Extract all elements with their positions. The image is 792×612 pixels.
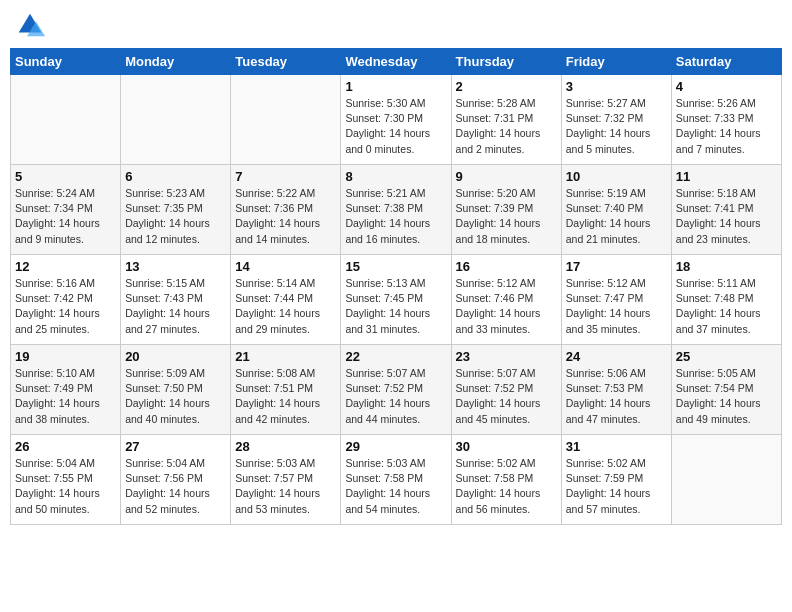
calendar-day-cell: 31Sunrise: 5:02 AMSunset: 7:59 PMDayligh…: [561, 435, 671, 525]
day-info: Sunrise: 5:03 AMSunset: 7:58 PMDaylight:…: [345, 456, 446, 517]
calendar-day-cell: 19Sunrise: 5:10 AMSunset: 7:49 PMDayligh…: [11, 345, 121, 435]
logo: [15, 10, 49, 40]
calendar-day-cell: 6Sunrise: 5:23 AMSunset: 7:35 PMDaylight…: [121, 165, 231, 255]
day-number: 4: [676, 79, 777, 94]
calendar-day-cell: 30Sunrise: 5:02 AMSunset: 7:58 PMDayligh…: [451, 435, 561, 525]
day-number: 27: [125, 439, 226, 454]
calendar-week-row: 26Sunrise: 5:04 AMSunset: 7:55 PMDayligh…: [11, 435, 782, 525]
day-info: Sunrise: 5:07 AMSunset: 7:52 PMDaylight:…: [456, 366, 557, 427]
calendar-day-cell: 15Sunrise: 5:13 AMSunset: 7:45 PMDayligh…: [341, 255, 451, 345]
day-number: 11: [676, 169, 777, 184]
calendar-week-row: 5Sunrise: 5:24 AMSunset: 7:34 PMDaylight…: [11, 165, 782, 255]
calendar-day-cell: 9Sunrise: 5:20 AMSunset: 7:39 PMDaylight…: [451, 165, 561, 255]
day-info: Sunrise: 5:14 AMSunset: 7:44 PMDaylight:…: [235, 276, 336, 337]
day-info: Sunrise: 5:27 AMSunset: 7:32 PMDaylight:…: [566, 96, 667, 157]
day-info: Sunrise: 5:12 AMSunset: 7:47 PMDaylight:…: [566, 276, 667, 337]
day-number: 9: [456, 169, 557, 184]
day-number: 26: [15, 439, 116, 454]
day-info: Sunrise: 5:05 AMSunset: 7:54 PMDaylight:…: [676, 366, 777, 427]
calendar-table: SundayMondayTuesdayWednesdayThursdayFrid…: [10, 48, 782, 525]
day-number: 21: [235, 349, 336, 364]
day-number: 20: [125, 349, 226, 364]
day-number: 28: [235, 439, 336, 454]
day-number: 30: [456, 439, 557, 454]
day-info: Sunrise: 5:15 AMSunset: 7:43 PMDaylight:…: [125, 276, 226, 337]
calendar-empty-cell: [671, 435, 781, 525]
calendar-header-cell: Monday: [121, 49, 231, 75]
day-info: Sunrise: 5:04 AMSunset: 7:55 PMDaylight:…: [15, 456, 116, 517]
calendar-header-cell: Sunday: [11, 49, 121, 75]
calendar-day-cell: 2Sunrise: 5:28 AMSunset: 7:31 PMDaylight…: [451, 75, 561, 165]
day-number: 29: [345, 439, 446, 454]
calendar-header-cell: Thursday: [451, 49, 561, 75]
page-header: [10, 10, 782, 40]
day-number: 1: [345, 79, 446, 94]
calendar-header-row: SundayMondayTuesdayWednesdayThursdayFrid…: [11, 49, 782, 75]
day-info: Sunrise: 5:02 AMSunset: 7:58 PMDaylight:…: [456, 456, 557, 517]
calendar-day-cell: 24Sunrise: 5:06 AMSunset: 7:53 PMDayligh…: [561, 345, 671, 435]
day-number: 16: [456, 259, 557, 274]
day-info: Sunrise: 5:19 AMSunset: 7:40 PMDaylight:…: [566, 186, 667, 247]
day-info: Sunrise: 5:16 AMSunset: 7:42 PMDaylight:…: [15, 276, 116, 337]
day-info: Sunrise: 5:20 AMSunset: 7:39 PMDaylight:…: [456, 186, 557, 247]
day-number: 6: [125, 169, 226, 184]
day-number: 22: [345, 349, 446, 364]
calendar-empty-cell: [11, 75, 121, 165]
calendar-day-cell: 25Sunrise: 5:05 AMSunset: 7:54 PMDayligh…: [671, 345, 781, 435]
calendar-week-row: 19Sunrise: 5:10 AMSunset: 7:49 PMDayligh…: [11, 345, 782, 435]
calendar-body: 1Sunrise: 5:30 AMSunset: 7:30 PMDaylight…: [11, 75, 782, 525]
logo-icon: [15, 10, 45, 40]
day-number: 12: [15, 259, 116, 274]
day-info: Sunrise: 5:03 AMSunset: 7:57 PMDaylight:…: [235, 456, 336, 517]
day-number: 25: [676, 349, 777, 364]
calendar-header-cell: Saturday: [671, 49, 781, 75]
day-info: Sunrise: 5:26 AMSunset: 7:33 PMDaylight:…: [676, 96, 777, 157]
day-number: 14: [235, 259, 336, 274]
calendar-day-cell: 11Sunrise: 5:18 AMSunset: 7:41 PMDayligh…: [671, 165, 781, 255]
calendar-week-row: 12Sunrise: 5:16 AMSunset: 7:42 PMDayligh…: [11, 255, 782, 345]
day-number: 2: [456, 79, 557, 94]
calendar-empty-cell: [231, 75, 341, 165]
calendar-empty-cell: [121, 75, 231, 165]
day-info: Sunrise: 5:24 AMSunset: 7:34 PMDaylight:…: [15, 186, 116, 247]
day-number: 13: [125, 259, 226, 274]
calendar-day-cell: 5Sunrise: 5:24 AMSunset: 7:34 PMDaylight…: [11, 165, 121, 255]
calendar-day-cell: 10Sunrise: 5:19 AMSunset: 7:40 PMDayligh…: [561, 165, 671, 255]
calendar-day-cell: 28Sunrise: 5:03 AMSunset: 7:57 PMDayligh…: [231, 435, 341, 525]
calendar-day-cell: 22Sunrise: 5:07 AMSunset: 7:52 PMDayligh…: [341, 345, 451, 435]
calendar-day-cell: 12Sunrise: 5:16 AMSunset: 7:42 PMDayligh…: [11, 255, 121, 345]
day-number: 17: [566, 259, 667, 274]
day-number: 24: [566, 349, 667, 364]
day-info: Sunrise: 5:22 AMSunset: 7:36 PMDaylight:…: [235, 186, 336, 247]
calendar-day-cell: 1Sunrise: 5:30 AMSunset: 7:30 PMDaylight…: [341, 75, 451, 165]
calendar-day-cell: 20Sunrise: 5:09 AMSunset: 7:50 PMDayligh…: [121, 345, 231, 435]
calendar-day-cell: 26Sunrise: 5:04 AMSunset: 7:55 PMDayligh…: [11, 435, 121, 525]
day-info: Sunrise: 5:30 AMSunset: 7:30 PMDaylight:…: [345, 96, 446, 157]
day-number: 7: [235, 169, 336, 184]
day-info: Sunrise: 5:28 AMSunset: 7:31 PMDaylight:…: [456, 96, 557, 157]
day-info: Sunrise: 5:11 AMSunset: 7:48 PMDaylight:…: [676, 276, 777, 337]
day-info: Sunrise: 5:09 AMSunset: 7:50 PMDaylight:…: [125, 366, 226, 427]
day-info: Sunrise: 5:07 AMSunset: 7:52 PMDaylight:…: [345, 366, 446, 427]
calendar-day-cell: 17Sunrise: 5:12 AMSunset: 7:47 PMDayligh…: [561, 255, 671, 345]
calendar-day-cell: 23Sunrise: 5:07 AMSunset: 7:52 PMDayligh…: [451, 345, 561, 435]
day-info: Sunrise: 5:12 AMSunset: 7:46 PMDaylight:…: [456, 276, 557, 337]
calendar-day-cell: 16Sunrise: 5:12 AMSunset: 7:46 PMDayligh…: [451, 255, 561, 345]
calendar-day-cell: 4Sunrise: 5:26 AMSunset: 7:33 PMDaylight…: [671, 75, 781, 165]
calendar-day-cell: 3Sunrise: 5:27 AMSunset: 7:32 PMDaylight…: [561, 75, 671, 165]
calendar-day-cell: 29Sunrise: 5:03 AMSunset: 7:58 PMDayligh…: [341, 435, 451, 525]
calendar-header-cell: Tuesday: [231, 49, 341, 75]
day-number: 19: [15, 349, 116, 364]
day-info: Sunrise: 5:04 AMSunset: 7:56 PMDaylight:…: [125, 456, 226, 517]
calendar-header-cell: Wednesday: [341, 49, 451, 75]
calendar-day-cell: 7Sunrise: 5:22 AMSunset: 7:36 PMDaylight…: [231, 165, 341, 255]
calendar-day-cell: 27Sunrise: 5:04 AMSunset: 7:56 PMDayligh…: [121, 435, 231, 525]
day-info: Sunrise: 5:08 AMSunset: 7:51 PMDaylight:…: [235, 366, 336, 427]
day-number: 18: [676, 259, 777, 274]
day-info: Sunrise: 5:06 AMSunset: 7:53 PMDaylight:…: [566, 366, 667, 427]
calendar-header-cell: Friday: [561, 49, 671, 75]
day-info: Sunrise: 5:18 AMSunset: 7:41 PMDaylight:…: [676, 186, 777, 247]
day-info: Sunrise: 5:02 AMSunset: 7:59 PMDaylight:…: [566, 456, 667, 517]
day-number: 8: [345, 169, 446, 184]
day-number: 3: [566, 79, 667, 94]
